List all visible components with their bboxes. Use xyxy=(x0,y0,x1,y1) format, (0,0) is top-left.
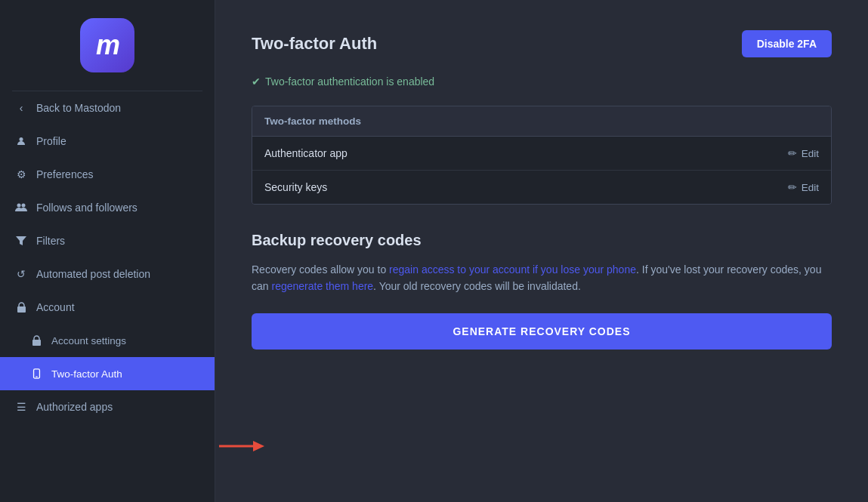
svg-rect-5 xyxy=(32,340,41,346)
recovery-desc-text1: Recovery codes allow you to xyxy=(252,263,389,276)
lock-sub-icon xyxy=(30,334,42,346)
page-header: Two-factor Auth Disable 2FA xyxy=(252,30,832,57)
sidebar-item-account-settings[interactable]: Account settings xyxy=(0,324,215,357)
sidebar-item-label: Filters xyxy=(36,235,65,247)
two-factor-methods-section: Two-factor methods Authenticator app ✏ E… xyxy=(252,106,832,205)
sidebar-item-label: Account settings xyxy=(51,335,126,346)
main-content: Two-factor Auth Disable 2FA ✔ Two-factor… xyxy=(215,0,868,502)
sidebar-item-autodeletion[interactable]: ↺ Automated post deletion xyxy=(0,257,215,291)
sidebar-item-filters[interactable]: Filters xyxy=(0,224,215,257)
sidebar-item-label: Preferences xyxy=(36,168,93,180)
sidebar-item-label: Profile xyxy=(36,135,66,147)
filter-icon xyxy=(15,235,27,247)
sidebar-item-label: Follows and followers xyxy=(36,202,137,214)
svg-point-2 xyxy=(22,204,26,208)
edit-security-keys-button[interactable]: ✏ Edit xyxy=(788,181,819,193)
lock-icon xyxy=(15,301,27,313)
svg-rect-4 xyxy=(17,306,26,313)
sidebar-item-authorizedapps[interactable]: ☰ Authorized apps xyxy=(0,390,215,423)
sidebar-item-label: Account xyxy=(36,301,75,313)
methods-section-header: Two-factor methods xyxy=(252,106,831,137)
page-title: Two-factor Auth xyxy=(252,34,377,54)
sidebar-item-twofactor[interactable]: Two-factor Auth xyxy=(0,357,215,390)
logo-area: m xyxy=(0,0,215,91)
pencil-icon: ✏ xyxy=(788,147,797,159)
recovery-desc-text3: . Your old recovery codes will be invali… xyxy=(373,280,581,292)
svg-rect-7 xyxy=(36,377,38,377)
sidebar-item-profile[interactable]: Profile xyxy=(0,125,215,158)
method-name-security-keys: Security keys xyxy=(264,181,327,193)
svg-point-1 xyxy=(17,204,21,208)
method-row-security-keys: Security keys ✏ Edit xyxy=(252,171,831,204)
sidebar: m ‹ Back to Mastodon Profile ⚙ Preferenc… xyxy=(0,0,215,502)
2fa-status: ✔ Two-factor authentication is enabled xyxy=(252,75,832,88)
svg-point-0 xyxy=(20,137,23,141)
profile-icon xyxy=(15,135,27,147)
gear-icon: ⚙ xyxy=(15,168,27,180)
sidebar-item-account[interactable]: Account xyxy=(0,291,215,324)
sidebar-item-label: Two-factor Auth xyxy=(51,368,122,380)
logo-letter: m xyxy=(96,29,119,61)
pencil-icon-2: ✏ xyxy=(788,181,797,193)
disable-2fa-button[interactable]: Disable 2FA xyxy=(742,30,832,57)
sidebar-item-back[interactable]: ‹ Back to Mastodon xyxy=(0,91,215,125)
mastodon-logo: m xyxy=(80,18,134,72)
method-name-authenticator: Authenticator app xyxy=(264,147,348,159)
method-row-authenticator: Authenticator app ✏ Edit xyxy=(252,137,831,171)
svg-marker-9 xyxy=(253,441,264,451)
sidebar-item-label: Back to Mastodon xyxy=(36,102,121,114)
edit-authenticator-button[interactable]: ✏ Edit xyxy=(788,147,819,159)
arrow-indicator xyxy=(219,437,264,455)
chevron-left-icon: ‹ xyxy=(15,102,27,114)
apps-icon: ☰ xyxy=(15,401,27,413)
sidebar-item-preferences[interactable]: ⚙ Preferences xyxy=(0,158,215,191)
follows-icon xyxy=(15,202,27,214)
generate-recovery-codes-button[interactable]: GENERATE RECOVERY CODES xyxy=(252,313,832,350)
twofactor-icon xyxy=(30,368,42,380)
recovery-codes-title: Backup recovery codes xyxy=(252,232,832,249)
sidebar-item-follows[interactable]: Follows and followers xyxy=(0,191,215,224)
status-text: Two-factor authentication is enabled xyxy=(265,75,434,88)
sidebar-item-label: Automated post deletion xyxy=(36,268,150,280)
checkmark-icon: ✔ xyxy=(252,75,261,88)
autodeletion-icon: ↺ xyxy=(15,268,27,280)
recovery-link-regain[interactable]: regain access to your account if you los… xyxy=(389,263,636,276)
recovery-codes-description: Recovery codes allow you to regain acces… xyxy=(252,261,832,295)
recovery-link-regenerate[interactable]: regenerate them here xyxy=(271,280,373,292)
sidebar-item-label: Authorized apps xyxy=(36,401,113,413)
svg-marker-3 xyxy=(16,236,26,245)
